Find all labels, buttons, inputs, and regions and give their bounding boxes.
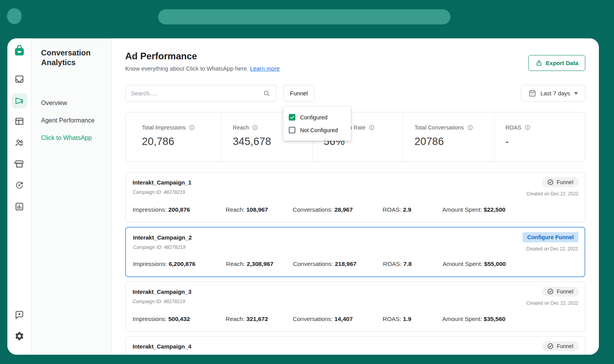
funnel-dropdown-menu: Configured Not Configured	[283, 107, 351, 141]
date-range-label: Last 7 days	[540, 90, 570, 97]
stat-value: 20786	[414, 136, 494, 148]
inbox-icon	[14, 74, 24, 84]
interakt-bag-logo-icon[interactable]	[13, 44, 26, 57]
table-icon	[14, 116, 24, 126]
check-circle-icon	[547, 179, 554, 185]
topbar-circle-placeholder	[7, 8, 22, 24]
search-icon	[263, 90, 271, 97]
funnel-status-badge[interactable]: Funnel	[542, 286, 579, 297]
stat-label: Reach	[233, 124, 249, 131]
check-circle-icon	[547, 343, 554, 349]
check-circle-icon	[547, 288, 554, 295]
campaign-list: Interakt_Campaign_1 Campaign ID: 4827821…	[125, 172, 585, 355]
campaign-card-selected[interactable]: Interakt_Campaign_2 Campaign ID: 4827821…	[125, 227, 585, 277]
campaign-metrics: Impressions: 200,876 Reach: 108,967 Conv…	[133, 206, 578, 213]
info-icon[interactable]	[189, 125, 195, 130]
badge-label: Funnel	[557, 343, 573, 349]
campaign-card[interactable]: Interakt_Campaign_4 Funnel	[125, 336, 585, 355]
nav-panel-title: Conversation Analytics	[41, 48, 95, 68]
funnel-option-configured[interactable]: Configured	[283, 111, 351, 124]
badge-label: Funnel	[557, 288, 573, 295]
export-button-label: Export Data	[546, 60, 578, 66]
funnel-filter-button[interactable]: Funnel	[283, 85, 314, 102]
stat-label: Total Conversations	[414, 124, 464, 131]
stat-roas: ROAS -	[494, 112, 585, 161]
sidebar-item-settings[interactable]	[14, 331, 24, 341]
stat-total-conversations: Total Conversations 20786	[403, 112, 494, 161]
campaign-card[interactable]: Interakt_Campaign_1 Campaign ID: 4827821…	[125, 172, 585, 223]
export-data-button[interactable]: Export Data	[528, 55, 585, 71]
stat-value: -	[505, 136, 585, 148]
bar-chart-icon	[14, 202, 24, 212]
page-title: Ad Performance	[125, 51, 585, 62]
funnel-status-badge[interactable]: Funnel	[542, 341, 579, 351]
campaign-id: Campaign ID: 48278219	[133, 299, 578, 304]
info-icon[interactable]	[252, 125, 258, 130]
funnel-option-not-configured[interactable]: Not Configured	[283, 124, 351, 136]
info-icon[interactable]	[369, 125, 374, 130]
megaphone-icon	[14, 96, 24, 106]
export-icon	[535, 59, 543, 67]
learn-more-link[interactable]: Learn more	[250, 65, 280, 72]
campaign-created-date: Created on Dec 22, 2022	[526, 246, 578, 252]
campaign-name: Interakt_Campaign_1	[133, 179, 578, 186]
subtitle-text: Know everything about Click to WhatsApp …	[125, 65, 248, 72]
settings-gear-icon	[14, 331, 24, 341]
nav-item-overview[interactable]: Overview	[41, 100, 111, 107]
contacts-icon	[14, 138, 24, 148]
funnel-status-badge[interactable]: Funnel	[542, 177, 579, 187]
stat-label: ROAS	[505, 124, 521, 131]
sidebar-item-whats-new[interactable]	[14, 310, 24, 320]
controls-row: Funnel Last 7 days	[125, 85, 585, 102]
stat-value: 20,786	[142, 136, 221, 148]
info-icon[interactable]	[525, 125, 530, 130]
funnel-option-label: Configured	[300, 114, 328, 121]
sidebar-item-templates[interactable]	[14, 116, 24, 126]
chevron-down-icon	[574, 92, 578, 95]
campaign-id: Campaign ID: 48278219	[133, 190, 578, 195]
campaign-created-date: Created on Dec 22, 2022	[526, 300, 578, 306]
campaign-name: Interakt_Campaign_4	[133, 343, 578, 350]
message-sparkle-icon	[14, 310, 24, 320]
sidebar-item-integrations[interactable]	[14, 180, 24, 190]
checkbox-checked-icon[interactable]	[289, 114, 295, 121]
campaign-name: Interakt_Campaign_3	[133, 288, 578, 295]
configure-funnel-button[interactable]: Configure Funnel	[523, 232, 578, 242]
page-subtitle: Know everything about Click to WhatsApp …	[125, 65, 585, 72]
stat-total-impressions: Total Impressions 20,786	[126, 112, 221, 161]
date-range-dropdown[interactable]: Last 7 days	[521, 85, 585, 102]
stat-label: Total Impressions	[142, 124, 186, 131]
sidebar-item-campaigns-active[interactable]	[12, 93, 27, 109]
badge-label: Funnel	[557, 179, 573, 185]
icon-rail	[7, 38, 31, 355]
funnel-option-label: Not Configured	[300, 127, 338, 133]
campaign-created-date: Created on Dec 22, 2022	[526, 191, 578, 197]
main-content: Ad Performance Know everything about Cli…	[112, 38, 599, 355]
nav-panel: Conversation Analytics Overview Agent Pe…	[31, 38, 112, 355]
stats-summary-panel: Total Impressions 20,786 Reach 345,678 C…	[125, 112, 585, 162]
app-window: Conversation Analytics Overview Agent Pe…	[7, 38, 599, 355]
info-icon[interactable]	[467, 125, 473, 130]
topbar-urlbar-placeholder	[158, 9, 450, 24]
nav-item-agent-performance[interactable]: Agent Performance	[41, 117, 111, 124]
campaign-id: Campaign ID: 48278219	[133, 245, 578, 250]
calendar-icon	[528, 89, 536, 97]
checkbox-unchecked-icon[interactable]	[289, 127, 295, 133]
campaign-metrics: Impressions: 6,200,876 Reach: 2,308,967 …	[133, 260, 578, 267]
sidebar-item-commerce[interactable]	[14, 159, 24, 169]
search-box[interactable]	[125, 85, 276, 102]
search-input[interactable]	[131, 90, 263, 97]
nav-item-click-to-whatsapp[interactable]: Click to WhatsApp	[41, 135, 111, 141]
sidebar-item-contacts[interactable]	[14, 138, 24, 148]
sidebar-item-analytics[interactable]	[14, 202, 24, 212]
sidebar-item-inbox[interactable]	[14, 74, 24, 84]
campaign-metrics: Impressions: 500,432 Reach: 321,672 Conv…	[133, 316, 578, 323]
campaign-card[interactable]: Interakt_Campaign_3 Campaign ID: 4827821…	[125, 281, 585, 332]
campaign-name: Interakt_Campaign_2	[133, 234, 578, 241]
store-icon	[14, 159, 24, 169]
sync-sparkle-icon	[14, 180, 24, 190]
